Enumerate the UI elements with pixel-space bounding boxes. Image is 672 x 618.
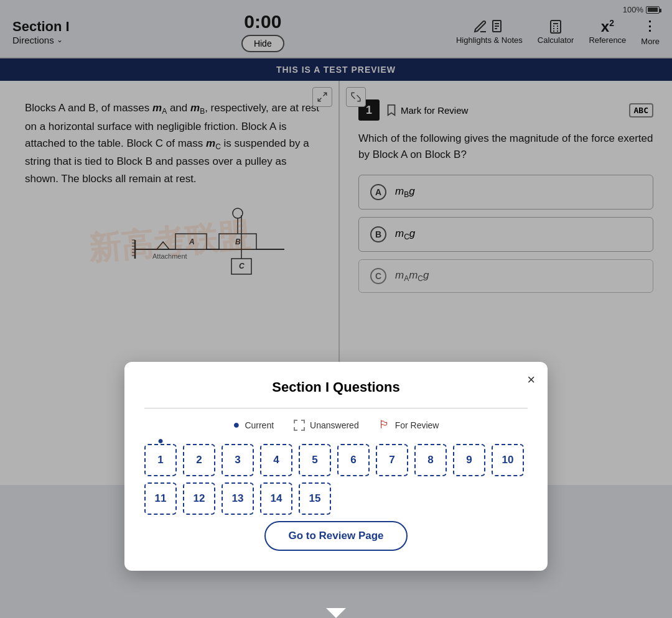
legend-review-label: For Review xyxy=(395,420,439,430)
question-btn-3[interactable]: 3 xyxy=(222,444,254,476)
unanswered-box-icon xyxy=(294,420,305,431)
legend-unanswered: Unanswered xyxy=(294,420,359,431)
review-button-container: Go to Review Page xyxy=(144,521,528,551)
modal-divider xyxy=(144,408,528,408)
question-btn-4[interactable]: 4 xyxy=(260,444,292,476)
go-to-review-button[interactable]: Go to Review Page xyxy=(264,521,407,551)
question-btn-9[interactable]: 9 xyxy=(453,444,485,476)
question-btn-12[interactable]: 12 xyxy=(183,482,215,515)
legend-current-label: Current xyxy=(245,420,274,430)
legend-current: ● Current xyxy=(233,418,274,431)
modal-close-button[interactable]: × xyxy=(527,372,535,388)
question-btn-5[interactable]: 5 xyxy=(299,444,331,476)
current-pin-icon: ● xyxy=(233,418,240,431)
modal-legend: ● Current Unanswered 🏳 For Review xyxy=(144,418,528,431)
modal-container: Section I Questions × ● Current Unanswer… xyxy=(124,362,548,618)
question-btn-10[interactable]: 10 xyxy=(492,444,524,476)
question-btn-8[interactable]: 8 xyxy=(414,444,447,476)
question-btn-11[interactable]: 11 xyxy=(144,482,177,515)
modal-overlay: Section I Questions × ● Current Unanswer… xyxy=(0,0,672,618)
section-questions-modal: Section I Questions × ● Current Unanswer… xyxy=(124,362,548,571)
question-row-2: 11 12 13 14 15 xyxy=(144,482,528,515)
legend-unanswered-label: Unanswered xyxy=(310,420,359,430)
question-btn-14[interactable]: 14 xyxy=(260,482,292,515)
question-btn-6[interactable]: 6 xyxy=(337,444,370,476)
legend-review: 🏳 For Review xyxy=(379,418,439,431)
question-btn-15[interactable]: 15 xyxy=(299,482,331,515)
question-btn-13[interactable]: 13 xyxy=(222,482,254,515)
question-btn-2[interactable]: 2 xyxy=(183,444,215,476)
review-bookmark-icon: 🏳 xyxy=(379,418,390,431)
modal-title: Section I Questions xyxy=(144,379,528,395)
question-row-1: ● 1 2 3 4 5 6 7 8 9 10 xyxy=(144,444,528,476)
current-pin: ● xyxy=(157,435,164,446)
question-btn-1[interactable]: ● 1 xyxy=(144,444,177,476)
question-btn-7[interactable]: 7 xyxy=(376,444,408,476)
modal-arrow xyxy=(326,608,346,618)
